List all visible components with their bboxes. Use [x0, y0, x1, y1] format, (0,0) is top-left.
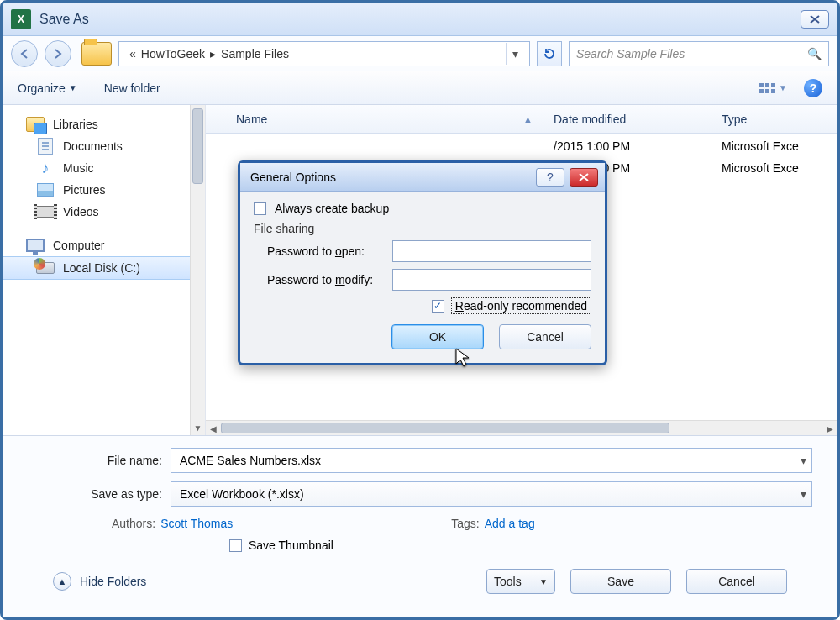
sidebar-item-documents[interactable]: Documents — [3, 135, 205, 157]
dialog-close-button[interactable] — [570, 168, 598, 187]
save-thumbnail-checkbox[interactable] — [229, 539, 242, 552]
refresh-icon — [543, 47, 556, 60]
view-grid-icon — [759, 83, 775, 93]
refresh-button[interactable] — [537, 41, 562, 66]
explorer-toolbar: Organize▼ New folder ▼ ? — [3, 71, 837, 105]
breadcrumb-part[interactable]: Sample Files — [221, 47, 289, 60]
save-as-window: X Save As « HowToGeek ▸ Sample Files ▾ S… — [0, 0, 840, 620]
save-button[interactable]: Save — [570, 569, 671, 594]
authors-link[interactable]: Scott Thomas — [160, 517, 233, 530]
save-thumbnail-label[interactable]: Save Thumbnail — [249, 539, 333, 552]
new-folder-button[interactable]: New folder — [104, 81, 160, 95]
computer-icon — [26, 239, 45, 252]
general-options-dialog: General Options ? Always create backup F… — [238, 160, 607, 365]
sidebar-item-music[interactable]: ♪ Music — [3, 157, 205, 179]
window-close-button[interactable] — [801, 10, 829, 29]
sidebar-item-libraries[interactable]: Libraries — [3, 113, 205, 135]
window-title: Save As — [39, 12, 89, 27]
cursor-icon — [455, 348, 470, 368]
window-titlebar: X Save As — [3, 3, 837, 36]
breadcrumb-part[interactable]: HowToGeek — [141, 47, 205, 60]
folder-icon[interactable] — [81, 42, 112, 66]
chevron-down-icon[interactable]: ▾ — [801, 454, 806, 467]
readonly-label[interactable]: Read-only recommended — [451, 297, 591, 314]
authors-label: Authors: — [112, 517, 155, 530]
forward-button[interactable] — [45, 40, 71, 67]
scroll-thumb[interactable] — [192, 108, 203, 184]
arrow-right-icon — [52, 48, 64, 60]
excel-icon: X — [11, 9, 31, 29]
file-name-label: File name: — [28, 454, 171, 467]
libraries-icon — [26, 117, 45, 132]
dialog-title: General Options — [250, 171, 336, 184]
change-view-button[interactable]: ▼ — [759, 83, 787, 93]
password-open-input[interactable] — [392, 240, 591, 262]
password-modify-label: Password to modify: — [254, 273, 384, 286]
column-header-date[interactable]: Date modified — [543, 105, 711, 133]
scroll-down-icon[interactable]: ▼ — [191, 420, 205, 435]
search-placeholder: Search Sample Files — [576, 47, 685, 60]
hide-folders-button[interactable]: ▲ Hide Folders — [53, 572, 146, 591]
back-button[interactable] — [11, 40, 38, 67]
scroll-right-icon[interactable]: ▶ — [822, 421, 837, 435]
sidebar-item-pictures[interactable]: Pictures — [3, 179, 205, 201]
address-dropdown[interactable]: ▾ — [506, 43, 524, 65]
scroll-left-icon[interactable]: ◀ — [206, 421, 221, 435]
nav-scrollbar[interactable]: ▲ ▼ — [190, 105, 205, 435]
organize-menu[interactable]: Organize▼ — [18, 81, 77, 95]
save-form: File name: ACME Sales Numbers.xlsx ▾ Sav… — [3, 435, 837, 617]
search-icon: 🔍 — [807, 47, 822, 60]
search-input[interactable]: Search Sample Files 🔍 — [569, 41, 829, 66]
file-name-input[interactable]: ACME Sales Numbers.xlsx ▾ — [171, 448, 812, 473]
sidebar-item-local-disk[interactable]: Local Disk (C:) — [3, 256, 205, 280]
sidebar-item-videos[interactable]: Videos — [3, 201, 205, 223]
scroll-thumb[interactable] — [221, 423, 669, 433]
music-icon: ♪ — [36, 160, 55, 176]
column-header-name[interactable]: Name ▲ — [226, 105, 543, 133]
save-type-select[interactable]: Excel Workbook (*.xlsx) ▾ — [171, 481, 812, 507]
arrow-left-icon — [18, 48, 30, 60]
password-open-label: Password to open: — [254, 244, 384, 258]
dialog-titlebar: General Options ? — [240, 163, 605, 192]
sidebar-item-computer[interactable]: Computer — [3, 234, 205, 256]
chevron-up-icon: ▲ — [53, 572, 71, 591]
password-modify-input[interactable] — [392, 269, 591, 291]
tools-menu[interactable]: Tools▼ — [486, 569, 555, 594]
table-row[interactable]: /2015 1:00 PM Microsoft Exce — [206, 135, 837, 157]
column-headers: Name ▲ Date modified Type — [206, 105, 837, 134]
documents-icon — [38, 138, 53, 155]
address-bar-row: « HowToGeek ▸ Sample Files ▾ Search Samp… — [3, 36, 837, 71]
column-header-type[interactable]: Type — [711, 105, 837, 133]
videos-icon — [36, 206, 55, 218]
cancel-button-dialog[interactable]: Cancel — [499, 324, 591, 349]
close-icon — [809, 15, 821, 24]
tags-label: Tags: — [451, 517, 479, 530]
chevron-down-icon[interactable]: ▾ — [801, 487, 806, 501]
sort-asc-icon: ▲ — [523, 114, 533, 124]
file-sharing-label: File sharing — [254, 222, 591, 235]
ok-button[interactable]: OK — [391, 324, 484, 349]
dialog-help-button[interactable]: ? — [536, 168, 564, 187]
content-hscrollbar[interactable]: ◀ ▶ — [206, 420, 837, 435]
tags-link[interactable]: Add a tag — [485, 517, 535, 530]
address-bar[interactable]: « HowToGeek ▸ Sample Files ▾ — [118, 41, 530, 66]
always-backup-checkbox[interactable] — [254, 202, 266, 215]
close-icon — [578, 173, 590, 181]
save-type-label: Save as type: — [28, 487, 171, 501]
cancel-button[interactable]: Cancel — [686, 569, 787, 594]
navigation-pane: Libraries Documents ♪ Music Pictures Vid… — [3, 105, 206, 435]
disk-icon — [36, 262, 55, 274]
help-button[interactable]: ? — [804, 79, 822, 97]
always-backup-label[interactable]: Always create backup — [275, 202, 389, 215]
readonly-checkbox[interactable]: ✓ — [432, 300, 444, 313]
pictures-icon — [37, 183, 54, 197]
